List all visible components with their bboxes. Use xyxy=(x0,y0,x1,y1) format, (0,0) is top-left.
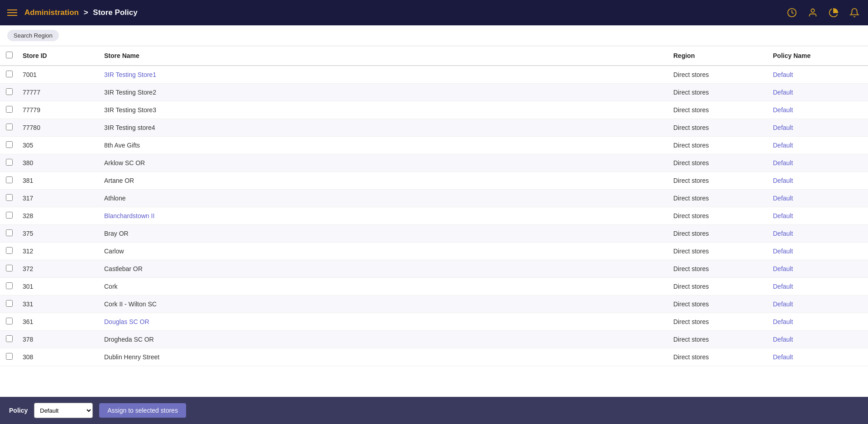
store-id-cell: 328 xyxy=(18,207,100,225)
store-name-cell: Athlone xyxy=(100,190,669,207)
row-checkbox[interactable] xyxy=(6,106,13,113)
row-checkbox[interactable] xyxy=(6,159,13,166)
table-row: 3058th Ave GiftsDirect storesDefault xyxy=(0,137,868,154)
policy-select[interactable]: DefaultPremiumStandard xyxy=(34,403,93,418)
region-header: Region xyxy=(669,46,768,66)
row-checkbox-cell[interactable] xyxy=(0,207,18,225)
breadcrumb-separator: > xyxy=(84,8,88,17)
table-row: 777793IR Testing Store3Direct storesDefa… xyxy=(0,101,868,119)
store-name-cell[interactable]: Blanchardstown II xyxy=(100,207,669,225)
store-table-body: 70013IR Testing Store1Direct storesDefau… xyxy=(0,66,868,366)
store-table: Store ID Store Name Region Policy Name 7… xyxy=(0,46,868,366)
store-table-container: Store ID Store Name Region Policy Name 7… xyxy=(0,46,868,397)
assign-to-stores-button[interactable]: Assign to selected stores xyxy=(99,403,186,418)
row-checkbox-cell[interactable] xyxy=(0,278,18,295)
app-header: Administration > Store Policy xyxy=(0,0,868,25)
row-checkbox-cell[interactable] xyxy=(0,313,18,331)
row-checkbox-cell[interactable] xyxy=(0,331,18,348)
store-id-header: Store ID xyxy=(18,46,100,66)
store-id-cell: 331 xyxy=(18,295,100,313)
policy-name-cell[interactable]: Default xyxy=(768,243,868,260)
region-cell: Direct stores xyxy=(669,260,768,278)
row-checkbox-cell[interactable] xyxy=(0,295,18,313)
row-checkbox-cell[interactable] xyxy=(0,66,18,84)
region-cell: Direct stores xyxy=(669,225,768,243)
row-checkbox[interactable] xyxy=(6,282,13,289)
main-content: Store ID Store Name Region Policy Name 7… xyxy=(0,46,868,397)
table-row: 381Artane ORDirect storesDefault xyxy=(0,172,868,190)
row-checkbox[interactable] xyxy=(6,229,13,236)
bell-icon[interactable] xyxy=(848,6,861,19)
row-checkbox[interactable] xyxy=(6,88,13,95)
table-row: 375Bray ORDirect storesDefault xyxy=(0,225,868,243)
row-checkbox[interactable] xyxy=(6,176,13,183)
policy-name-cell[interactable]: Default xyxy=(768,278,868,295)
store-name-cell: Dublin Henry Street xyxy=(100,348,669,366)
row-checkbox-cell[interactable] xyxy=(0,101,18,119)
row-checkbox-cell[interactable] xyxy=(0,348,18,366)
row-checkbox[interactable] xyxy=(6,71,13,77)
store-name-cell: Artane OR xyxy=(100,172,669,190)
region-cell: Direct stores xyxy=(669,190,768,207)
row-checkbox[interactable] xyxy=(6,247,13,254)
admin-link[interactable]: Administration xyxy=(24,8,79,17)
row-checkbox[interactable] xyxy=(6,194,13,201)
row-checkbox-cell[interactable] xyxy=(0,119,18,137)
row-checkbox-cell[interactable] xyxy=(0,172,18,190)
region-cell: Direct stores xyxy=(669,66,768,84)
search-region-button[interactable]: Search Region xyxy=(7,30,59,41)
region-cell: Direct stores xyxy=(669,154,768,172)
row-checkbox[interactable] xyxy=(6,335,13,342)
policy-name-cell[interactable]: Default xyxy=(768,225,868,243)
table-row: 328Blanchardstown IIDirect storesDefault xyxy=(0,207,868,225)
store-name-cell[interactable]: 3IR Testing Store1 xyxy=(100,66,669,84)
menu-icon[interactable] xyxy=(7,10,17,16)
policy-name-cell[interactable]: Default xyxy=(768,172,868,190)
row-checkbox-cell[interactable] xyxy=(0,190,18,207)
policy-name-cell[interactable]: Default xyxy=(768,154,868,172)
row-checkbox-cell[interactable] xyxy=(0,84,18,101)
policy-name-cell[interactable]: Default xyxy=(768,101,868,119)
policy-name-cell[interactable]: Default xyxy=(768,207,868,225)
row-checkbox[interactable] xyxy=(6,265,13,272)
store-name-cell: Cork II - Wilton SC xyxy=(100,295,669,313)
policy-name-cell[interactable]: Default xyxy=(768,137,868,154)
row-checkbox[interactable] xyxy=(6,141,13,148)
clock-icon[interactable] xyxy=(786,6,798,19)
policy-name-cell[interactable]: Default xyxy=(768,66,868,84)
table-row: 312CarlowDirect storesDefault xyxy=(0,243,868,260)
store-id-cell: 7001 xyxy=(18,66,100,84)
row-checkbox-cell[interactable] xyxy=(0,225,18,243)
policy-name-cell[interactable]: Default xyxy=(768,313,868,331)
row-checkbox-cell[interactable] xyxy=(0,243,18,260)
region-cell: Direct stores xyxy=(669,207,768,225)
row-checkbox-cell[interactable] xyxy=(0,260,18,278)
region-cell: Direct stores xyxy=(669,313,768,331)
policy-name-cell[interactable]: Default xyxy=(768,331,868,348)
policy-name-cell[interactable]: Default xyxy=(768,119,868,137)
row-checkbox[interactable] xyxy=(6,353,13,360)
policy-name-cell[interactable]: Default xyxy=(768,348,868,366)
table-row: 380Arklow SC ORDirect storesDefault xyxy=(0,154,868,172)
policy-name-cell[interactable]: Default xyxy=(768,295,868,313)
row-checkbox[interactable] xyxy=(6,318,13,324)
row-checkbox[interactable] xyxy=(6,212,13,219)
row-checkbox[interactable] xyxy=(6,300,13,307)
row-checkbox[interactable] xyxy=(6,124,13,130)
store-name-cell: Arklow SC OR xyxy=(100,154,669,172)
header-icons xyxy=(786,6,861,19)
region-cell: Direct stores xyxy=(669,278,768,295)
row-checkbox-cell[interactable] xyxy=(0,154,18,172)
policy-name-cell[interactable]: Default xyxy=(768,190,868,207)
policy-name-cell[interactable]: Default xyxy=(768,260,868,278)
user-icon[interactable] xyxy=(806,6,819,19)
header-title: Administration > Store Policy xyxy=(24,8,138,17)
store-name-cell[interactable]: Douglas SC OR xyxy=(100,313,669,331)
pie-chart-icon[interactable] xyxy=(827,6,840,19)
policy-name-cell[interactable]: Default xyxy=(768,84,868,101)
row-checkbox-cell[interactable] xyxy=(0,137,18,154)
select-all-header[interactable] xyxy=(0,46,18,66)
store-name-cell: Bray OR xyxy=(100,225,669,243)
select-all-checkbox[interactable] xyxy=(6,52,13,58)
region-cell: Direct stores xyxy=(669,84,768,101)
